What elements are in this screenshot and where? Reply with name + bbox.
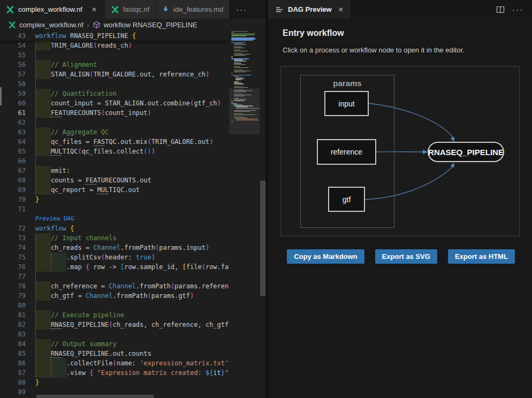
line-number: 85 bbox=[0, 349, 26, 358]
code-line[interactable]: 75.splitCsv(header: true) bbox=[0, 252, 229, 262]
code-line[interactable]: 68counts = FEATURECOUNTS.out bbox=[0, 175, 229, 185]
line-content: STAR_ALIGN(TRIM_GALORE.out, reference_ch… bbox=[35, 70, 209, 79]
code-line[interactable]: 65MULTIQC(qc_files.collect()) bbox=[0, 147, 229, 156]
minimap-row bbox=[231, 40, 253, 40]
export-as-svg-button[interactable]: Export as SVG bbox=[375, 249, 437, 264]
code-line[interactable]: 69qc_report = MULTIQC.out bbox=[0, 185, 229, 195]
code-line[interactable]: 76.map { row -> [row.sample_id, [file(ro… bbox=[0, 262, 229, 272]
more-actions-icon[interactable]: ··· bbox=[512, 5, 523, 14]
code-line[interactable]: 87.view { "Expression matrix created: ${… bbox=[0, 368, 229, 378]
code-line[interactable]: 61FEATURECOUNTS(count_input) bbox=[0, 108, 229, 118]
code-lines[interactable]: 54TRIM_GALORE(reads_ch)5556// Alignment5… bbox=[0, 41, 229, 397]
sticky-scroll-line[interactable]: 43workflow RNASEQ_PIPELINE { bbox=[0, 31, 229, 41]
close-icon[interactable]: ✕ bbox=[90, 6, 98, 13]
breadcrumb-file[interactable]: complex_workflow.nf bbox=[19, 21, 83, 29]
code-line[interactable]: 64qc_files = FASTQC.out.mix(TRIM_GALORE.… bbox=[0, 137, 229, 147]
node-input[interactable]: input bbox=[324, 91, 369, 116]
line-number: 43 bbox=[0, 31, 26, 41]
code-line[interactable]: 83 bbox=[0, 330, 229, 339]
code-line[interactable]: 74ch_reads = Channel.fromPath(params.inp… bbox=[0, 243, 229, 252]
close-icon[interactable]: ✕ bbox=[338, 6, 344, 13]
chevron-right-icon: › bbox=[87, 21, 89, 29]
code-line[interactable]: 82RNASEQ_PIPELINE(ch_reads, ch_reference… bbox=[0, 320, 229, 330]
tab-label: ide_features.md bbox=[173, 5, 223, 13]
tab-fastqc[interactable]: fastqc.nf bbox=[105, 0, 156, 19]
minimap-row bbox=[234, 60, 246, 61]
code-line[interactable]: 57STAR_ALIGN(TRIM_GALORE.out, reference_… bbox=[0, 70, 229, 79]
line-number: 66 bbox=[0, 156, 26, 166]
code-line[interactable]: 85RNASEQ_PIPELINE.out.counts bbox=[0, 349, 229, 358]
code-line[interactable]: 54TRIM_GALORE(reads_ch) bbox=[0, 41, 229, 50]
more-tabs-icon[interactable]: ··· bbox=[230, 0, 254, 19]
minimap-row bbox=[234, 47, 241, 47]
line-number: 82 bbox=[0, 320, 26, 330]
code-line[interactable]: 72workflow { bbox=[0, 224, 229, 233]
code-line[interactable]: 79ch_gtf = Channel.fromPath(params.gtf) bbox=[0, 291, 229, 301]
code-line[interactable]: 43workflow RNASEQ_PIPELINE { bbox=[0, 31, 229, 41]
line-content: ch_reference = Channel.fromPath(params.r… bbox=[35, 281, 229, 291]
split-editor-icon[interactable] bbox=[496, 5, 505, 14]
code-line[interactable]: 86.collectFile(name: 'expression_matrix.… bbox=[0, 358, 229, 368]
code-line[interactable]: 60count_input = STAR_ALIGN.out.combine(g… bbox=[0, 98, 229, 108]
code-editor[interactable]: 43workflow RNASEQ_PIPELINE { 54TRIM_GALO… bbox=[0, 31, 266, 398]
line-number: 69 bbox=[0, 185, 26, 195]
tab-dag-preview[interactable]: DAG Preview ✕ bbox=[268, 0, 350, 19]
code-line[interactable]: 63// Aggregate QC bbox=[0, 127, 229, 137]
minimap-row bbox=[231, 42, 246, 43]
code-line[interactable]: 56// Alignment bbox=[0, 60, 229, 70]
code-line[interactable]: 80 bbox=[0, 301, 229, 310]
minimap-row bbox=[234, 72, 246, 72]
code-line[interactable]: 71 bbox=[0, 204, 229, 214]
line-number: 76 bbox=[0, 262, 26, 272]
scrollbar-thumb[interactable] bbox=[260, 181, 265, 296]
export-buttons: Copy as Markdown Export as SVG Export as… bbox=[283, 249, 519, 264]
minimap-row bbox=[234, 63, 241, 63]
line-content: .map { row -> [row.sample_id, [file(row.… bbox=[35, 262, 229, 272]
dag-diagram: params input reference gtf RNASEQ_PIPELI… bbox=[280, 66, 520, 236]
panel-header: DAG Preview ✕ ··· bbox=[268, 0, 532, 19]
copy-as-markdown-button[interactable]: Copy as Markdown bbox=[287, 249, 364, 264]
code-line[interactable]: 88} bbox=[0, 378, 229, 387]
line-number: 75 bbox=[0, 252, 26, 262]
code-line[interactable]: 70} bbox=[0, 195, 229, 204]
tab-ide-features[interactable]: ide_features.md bbox=[156, 0, 230, 19]
node-reference[interactable]: reference bbox=[317, 139, 376, 165]
left-edge-scrollbar[interactable] bbox=[0, 87, 2, 105]
breadcrumb-symbol[interactable]: workflow RNASEQ_PIPELINE bbox=[104, 21, 197, 29]
minimap-row bbox=[234, 67, 248, 68]
line-number: 81 bbox=[0, 310, 26, 320]
code-line[interactable]: 77 bbox=[0, 272, 229, 281]
minimap-row bbox=[234, 110, 256, 111]
tab-complex-workflow[interactable]: complex_workflow.nf ✕ bbox=[0, 0, 105, 19]
minimap-row bbox=[234, 87, 248, 88]
node-gtf[interactable]: gtf bbox=[328, 187, 365, 212]
minimap-row bbox=[236, 106, 248, 107]
code-line[interactable]: 81// Execute pipeline bbox=[0, 310, 229, 320]
minimap-row bbox=[234, 113, 244, 114]
minimap-row bbox=[234, 90, 253, 91]
code-line[interactable]: 66 bbox=[0, 156, 229, 166]
line-number: 77 bbox=[0, 272, 26, 281]
code-line[interactable]: 67emit: bbox=[0, 166, 229, 175]
line-content: ch_reads = Channel.fromPath(params.input… bbox=[35, 243, 209, 252]
minimap-row bbox=[231, 101, 233, 102]
line-number: 57 bbox=[0, 70, 26, 79]
scrollbar-thumb[interactable] bbox=[36, 395, 154, 398]
export-as-html-button[interactable]: Export as HTML bbox=[448, 249, 515, 264]
minimap[interactable] bbox=[229, 31, 260, 398]
code-line[interactable]: 78ch_reference = Channel.fromPath(params… bbox=[0, 281, 229, 291]
minimap-row bbox=[231, 35, 246, 36]
code-line[interactable]: 58 bbox=[0, 79, 229, 89]
node-rnaseq-pipeline[interactable]: RNASEQ_PIPELINE bbox=[428, 142, 504, 162]
horizontal-scrollbar[interactable] bbox=[0, 394, 260, 398]
code-line[interactable]: 73// Input channels bbox=[0, 233, 229, 243]
vertical-scrollbar[interactable] bbox=[260, 31, 266, 398]
line-number: 59 bbox=[0, 89, 26, 98]
code-line[interactable]: 55 bbox=[0, 50, 229, 60]
code-line[interactable]: 84// Output summary bbox=[0, 339, 229, 349]
line-content: } bbox=[35, 378, 39, 387]
nextflow-icon bbox=[8, 21, 16, 29]
code-line[interactable]: 62 bbox=[0, 118, 229, 127]
codelens-line[interactable]: Preview DAG bbox=[0, 214, 229, 224]
code-line[interactable]: 59// Quantification bbox=[0, 89, 229, 98]
